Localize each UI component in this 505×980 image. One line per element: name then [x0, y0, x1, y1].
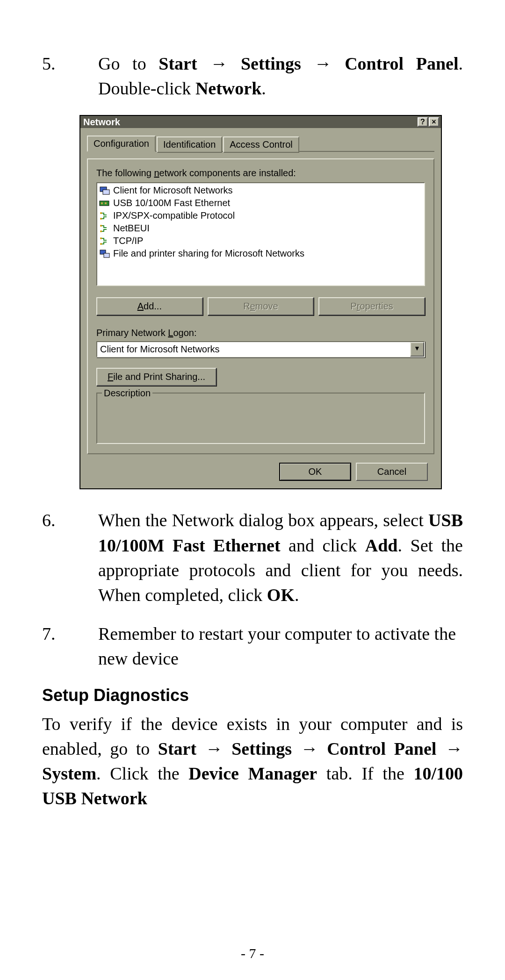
step-body: Remember to restart your computer to act… [98, 622, 463, 671]
svg-point-5 [100, 212, 102, 214]
svg-rect-12 [104, 253, 109, 258]
list-item[interactable]: NetBEUI [99, 222, 422, 235]
protocol-icon [99, 224, 110, 233]
components-label: The following network components are ins… [96, 168, 425, 179]
step-body: Go to Start → Settings → Control Panel. … [98, 51, 463, 101]
step-number: 5. [42, 51, 98, 101]
svg-point-9 [100, 237, 102, 239]
components-listbox[interactable]: Client for Microsoft Networks USB 10/100… [96, 182, 425, 286]
list-item[interactable]: USB 10/100M Fast Ethernet [99, 197, 422, 209]
dialog-titlebar: Network ? × [80, 116, 441, 128]
step-7: 7. Remember to restart your computer to … [42, 622, 463, 671]
tab-configuration[interactable]: Configuration [87, 136, 156, 152]
remove-button[interactable]: Remove [208, 297, 314, 315]
close-button[interactable]: × [429, 117, 439, 127]
dropdown-icon[interactable]: ▼ [410, 342, 424, 357]
step-body: When the Network dialog box appears, sel… [98, 508, 463, 608]
network-dialog-screenshot: Network ? × Configuration Identification… [79, 115, 442, 489]
description-group: Description [96, 393, 425, 444]
svg-point-6 [100, 218, 102, 220]
svg-point-8 [100, 230, 102, 232]
primary-logon-combo[interactable]: Client for Microsoft Networks ▼ [96, 341, 425, 358]
service-icon [99, 249, 110, 258]
protocol-icon [99, 211, 110, 221]
tab-access-control[interactable]: Access Control [223, 136, 299, 153]
add-button[interactable]: Add... [96, 297, 203, 315]
list-item[interactable]: File and printer sharing for Microsoft N… [99, 247, 422, 260]
list-item[interactable]: IPX/SPX-compatible Protocol [99, 209, 422, 222]
tab-identification[interactable]: Identification [157, 136, 222, 153]
page-number: - 7 - [0, 945, 505, 961]
cancel-button[interactable]: Cancel [356, 463, 428, 481]
step-6: 6. When the Network dialog box appears, … [42, 508, 463, 608]
step-number: 6. [42, 508, 98, 608]
list-item[interactable]: TCP/IP [99, 235, 422, 247]
help-button[interactable]: ? [418, 117, 428, 127]
properties-button[interactable]: Properties [318, 297, 425, 315]
svg-rect-4 [105, 202, 107, 204]
description-label: Description [102, 388, 152, 399]
protocol-icon [99, 236, 110, 246]
section-heading: Setup Diagnostics [42, 686, 463, 705]
file-print-sharing-button[interactable]: File and Print Sharing... [96, 368, 216, 386]
step-5: 5. Go to Start → Settings → Control Pane… [42, 51, 463, 101]
svg-rect-1 [103, 190, 109, 194]
svg-point-10 [100, 243, 102, 245]
ok-button[interactable]: OK [279, 463, 351, 481]
primary-logon-label: Primary Network Logon: [96, 328, 425, 338]
svg-rect-3 [101, 202, 103, 204]
client-icon [99, 186, 110, 195]
step-number: 7. [42, 622, 98, 671]
adapter-icon [99, 199, 110, 208]
dialog-title: Network [83, 117, 120, 128]
svg-point-7 [100, 225, 102, 227]
list-item[interactable]: Client for Microsoft Networks [99, 184, 422, 197]
tab-strip: Configuration Identification Access Cont… [87, 135, 434, 152]
diagnostics-paragraph: To verify if the device exists in your c… [42, 712, 463, 811]
configuration-panel: The following network components are ins… [87, 158, 434, 454]
